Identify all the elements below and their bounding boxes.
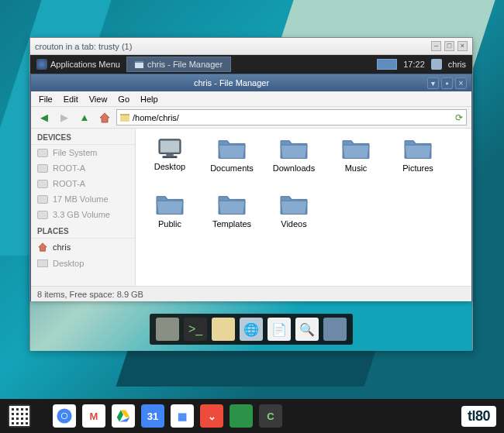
drive-icon: [116, 408, 131, 424]
folder-icon: [279, 136, 309, 161]
crouton-tab-window: crouton in a tab: trusty (1) – □ × Appli…: [29, 37, 473, 350]
desktop-icon: [37, 259, 48, 267]
sidebar-desktop[interactable]: Desktop: [31, 256, 135, 271]
outer-minimize-button[interactable]: –: [431, 41, 441, 51]
chrome-icon: [55, 407, 74, 425]
folder-downloads[interactable]: Downloads: [264, 136, 323, 189]
svg-point-8: [62, 414, 67, 418]
home-button[interactable]: [96, 109, 113, 126]
home-icon: [98, 112, 111, 124]
shelf-gmail[interactable]: M: [82, 404, 105, 428]
apps-grid-icon: [9, 406, 29, 426]
taskbar-filemanager-button[interactable]: chris - File Manager: [126, 57, 231, 72]
chromeos-shelf: M 31 ▦ ⌄ C: [0, 399, 504, 433]
svg-rect-5: [163, 156, 178, 158]
drive-icon: [37, 195, 48, 204]
shelf-app1[interactable]: [230, 404, 253, 428]
svg-rect-3: [161, 141, 179, 153]
fm-sidebar: DEVICES File System ROOT-A ROOT-A 17 MB …: [31, 129, 136, 286]
home-icon: [37, 242, 48, 253]
xfce-dock: >_ 🌐 📄 🔍: [150, 314, 353, 345]
dock-browser[interactable]: 🌐: [240, 318, 263, 341]
outer-window-title: crouton in a tab: trusty (1): [35, 42, 132, 51]
user-avatar-icon: [431, 59, 442, 70]
shelf-docs[interactable]: ▦: [171, 404, 194, 428]
dock-terminal[interactable]: >_: [184, 318, 207, 341]
fm-title: chris - File Manager: [36, 78, 427, 88]
panel-user-label[interactable]: chris: [448, 60, 466, 69]
fm-toolbar: ◀ ▶ ▲ ⟳: [31, 107, 471, 129]
refresh-icon[interactable]: ⟳: [455, 112, 463, 123]
dock-filemanager[interactable]: [212, 318, 235, 341]
forward-button: ▶: [56, 109, 73, 126]
shelf-launcher[interactable]: [8, 404, 31, 428]
sidebar-17mb-volume[interactable]: 17 MB Volume: [31, 191, 135, 207]
drive-icon: [37, 164, 48, 173]
dock-folder[interactable]: [323, 318, 347, 341]
address-bar[interactable]: ⟳: [116, 109, 467, 125]
sidebar-file-system[interactable]: File System: [31, 145, 135, 160]
outer-titlebar[interactable]: crouton in a tab: trusty (1) – □ ×: [30, 38, 472, 55]
menu-view[interactable]: View: [85, 93, 112, 105]
devices-header: DEVICES: [31, 129, 135, 145]
shelf-drive[interactable]: [112, 404, 135, 428]
sidebar-3-3gb-volume[interactable]: 3.3 GB Volume: [31, 207, 135, 222]
panel-clock[interactable]: 17:22: [403, 60, 425, 69]
folder-icon: [217, 136, 247, 161]
folder-icon: [279, 192, 309, 217]
outer-close-button[interactable]: ×: [457, 41, 468, 51]
menu-edit[interactable]: Edit: [59, 93, 83, 105]
folder-icon: [217, 192, 247, 217]
taskbar-task-label: chris - File Manager: [147, 60, 223, 69]
places-header: PLACES: [31, 222, 135, 239]
dock-appfinder[interactable]: 🔍: [295, 318, 319, 341]
xfce-top-panel: Applications Menu chris - File Manager 1…: [30, 55, 472, 74]
dock-editor[interactable]: 📄: [268, 318, 291, 341]
menu-go[interactable]: Go: [113, 93, 134, 105]
path-input[interactable]: [133, 113, 452, 122]
applications-menu-label: Applications Menu: [50, 60, 120, 69]
folder-public[interactable]: Public: [140, 192, 199, 245]
svg-marker-0: [100, 113, 109, 122]
shelf-crouton[interactable]: C: [259, 404, 282, 428]
menu-help[interactable]: Help: [136, 93, 163, 105]
drive-icon: [37, 180, 48, 188]
folder-icon: [135, 61, 143, 68]
fm-maximize-button[interactable]: ▪: [441, 77, 453, 89]
shelf-calendar[interactable]: 31: [141, 404, 164, 428]
workspace-switcher[interactable]: [377, 59, 397, 70]
xfce-logo-icon: [36, 59, 47, 70]
sidebar-home-chris[interactable]: chris: [31, 239, 135, 256]
menu-file[interactable]: File: [34, 93, 57, 105]
shelf-pocket[interactable]: ⌄: [200, 404, 223, 428]
folder-documents[interactable]: Documents: [202, 136, 261, 189]
watermark: tl80: [461, 406, 496, 427]
folder-pictures[interactable]: Pictures: [388, 136, 447, 189]
back-button[interactable]: ◀: [36, 109, 53, 126]
drive-icon: [37, 211, 48, 219]
parent-button[interactable]: ▲: [76, 109, 93, 126]
file-manager-window: chris - File Manager ▾ ▪ × File Edit Vie…: [30, 74, 472, 301]
sidebar-root-a-2[interactable]: ROOT-A: [31, 176, 135, 191]
fm-titlebar[interactable]: chris - File Manager ▾ ▪ ×: [31, 74, 471, 91]
fm-icon-pane[interactable]: Desktop Documents Downloads Music Pictur…: [136, 129, 471, 286]
sidebar-root-a-1[interactable]: ROOT-A: [31, 160, 135, 176]
svg-marker-1: [39, 243, 47, 252]
folder-music[interactable]: Music: [326, 136, 385, 189]
outer-maximize-button[interactable]: □: [444, 41, 454, 51]
folder-templates[interactable]: Templates: [202, 192, 261, 245]
fm-menubar: File Edit View Go Help: [31, 91, 471, 107]
folder-desktop[interactable]: Desktop: [140, 136, 199, 189]
fm-close-button[interactable]: ×: [455, 77, 467, 89]
fm-statusbar: 8 items, Free space: 8.9 GB: [31, 286, 471, 301]
fm-minimize-button[interactable]: ▾: [427, 77, 439, 89]
folder-videos[interactable]: Videos: [264, 192, 323, 245]
fm-status-text: 8 items, Free space: 8.9 GB: [37, 290, 143, 299]
desktop-folder-icon: [155, 136, 185, 160]
drive-icon: [37, 149, 48, 157]
shelf-chrome[interactable]: [53, 404, 76, 428]
applications-menu-button[interactable]: Applications Menu: [30, 55, 126, 74]
dock-show-desktop[interactable]: [156, 318, 179, 341]
folder-icon: [155, 192, 185, 217]
path-folder-icon: [120, 114, 129, 122]
